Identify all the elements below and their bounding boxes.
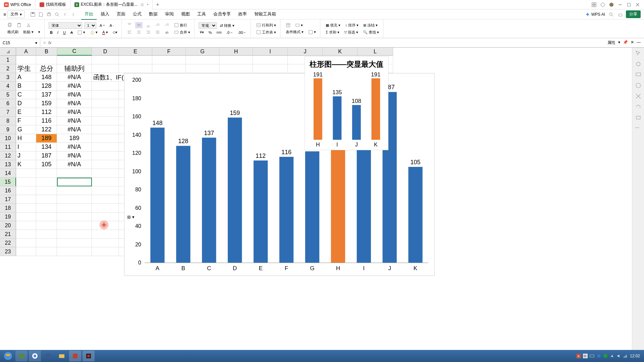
hex-icon[interactable] (600, 2, 605, 7)
increase-decimal-button[interactable]: .00← (236, 30, 248, 35)
cell-B12[interactable]: 187 (36, 152, 57, 160)
cell-B14[interactable] (36, 169, 57, 178)
currency-button[interactable]: ¥▾ (199, 29, 205, 35)
fx-label[interactable]: fx (48, 41, 51, 45)
underline-button[interactable]: U (62, 30, 67, 35)
row-header-18[interactable]: 18 (0, 204, 16, 213)
cell-H1[interactable] (219, 56, 253, 64)
menu-tab-0[interactable]: 开始 (81, 9, 97, 20)
row-header-3[interactable]: 3 (0, 73, 16, 82)
menu-tab-2[interactable]: 页面 (113, 9, 129, 20)
menu-tab-6[interactable]: 视图 (178, 9, 193, 20)
cell-D12[interactable] (92, 152, 119, 160)
start-button[interactable] (1, 351, 15, 361)
row-header-7[interactable]: 7 (0, 108, 16, 117)
minimize-button[interactable] (618, 2, 623, 7)
percent-button[interactable]: % (207, 30, 213, 35)
row-header-15[interactable]: 15 (0, 178, 16, 186)
cell-I2[interactable] (253, 64, 288, 73)
cell-D23[interactable] (92, 247, 119, 256)
tray-keyboard-icon[interactable] (590, 354, 594, 358)
cell-A3[interactable]: A (16, 73, 36, 82)
align-center-button[interactable] (135, 29, 143, 35)
cell-C11[interactable]: #N/A (57, 143, 92, 152)
cell-A19[interactable] (16, 213, 36, 221)
col-header-A[interactable]: A (16, 48, 36, 56)
decrease-indent-button[interactable] (154, 22, 161, 28)
col-header-J[interactable]: J (288, 48, 323, 56)
number-format-select[interactable]: 常规 (199, 22, 217, 29)
comma-button[interactable]: 000 (215, 30, 223, 35)
cut-button[interactable] (25, 22, 32, 28)
row-header-14[interactable]: 14 (0, 169, 16, 178)
cell-G2[interactable] (186, 64, 219, 73)
app-tab-excel[interactable]: S EXCEL图表：条形图—凸显最... ⊙ • (70, 0, 153, 9)
wrap-text-button[interactable]: 换行 (173, 22, 189, 28)
file-menu-button[interactable]: 文件 ▾ (7, 10, 25, 18)
refresh-icon[interactable] (635, 104, 641, 110)
row-header-13[interactable]: 13 (0, 160, 16, 169)
cell-C13[interactable]: #N/A (57, 160, 92, 169)
cell-B11[interactable]: 134 (36, 143, 57, 152)
task-chrome[interactable] (29, 351, 41, 361)
collapse-icon[interactable]: — (637, 40, 641, 46)
menu-tab-3[interactable]: 公式 (129, 9, 145, 20)
row-header-17[interactable]: 17 (0, 195, 16, 204)
redo-icon[interactable] (70, 12, 76, 17)
cell-C3[interactable]: #N/A (57, 73, 92, 82)
row-header-4[interactable]: 4 (0, 82, 16, 90)
row-header-10[interactable]: 10 (0, 134, 16, 143)
cell-D1[interactable] (92, 56, 119, 64)
fill-color-button[interactable]: ▾ (89, 29, 99, 36)
pin-icon[interactable]: 📌 (623, 40, 628, 46)
export-icon[interactable] (38, 12, 44, 17)
name-box[interactable]: C15 ▾ (0, 38, 40, 47)
palette-icon[interactable] (635, 82, 641, 88)
cell-C1[interactable] (57, 56, 92, 64)
row-header-22[interactable]: 22 (0, 239, 16, 247)
cell-A5[interactable]: C (16, 90, 36, 99)
fx-cancel-icon[interactable]: ✕ (43, 41, 46, 45)
col-header-K[interactable]: K (323, 48, 358, 56)
cell-B17[interactable] (36, 195, 57, 204)
cell-B18[interactable] (36, 204, 57, 213)
task-explorer[interactable] (56, 351, 68, 361)
fill-button[interactable]: ▦ 填充▾ (324, 22, 342, 28)
more-icon[interactable]: ⋯ (635, 125, 641, 131)
cell-F1[interactable] (152, 56, 186, 64)
paste-button[interactable] (15, 22, 23, 28)
cell-B6[interactable]: 159 (36, 99, 57, 108)
cell-C9[interactable]: #N/A (57, 125, 92, 134)
find-button[interactable]: 🔍 查找▾ (362, 29, 380, 36)
align-bottom-button[interactable] (145, 22, 152, 28)
app-tab-template[interactable]: 找稿壳模板 (36, 0, 70, 9)
share-button[interactable]: 分享 (626, 10, 641, 18)
cell-D16[interactable] (92, 186, 119, 195)
cell-C17[interactable] (57, 195, 92, 204)
cell-I1[interactable] (253, 56, 288, 64)
cell-B9[interactable]: 122 (36, 125, 57, 134)
cell-B21[interactable] (36, 230, 57, 239)
table-style-button[interactable] (284, 22, 292, 28)
row-col-button[interactable]: 行和列▾ (255, 22, 277, 28)
app-tab-wps[interactable]: W WPS Office (0, 0, 36, 9)
cell-D22[interactable] (92, 239, 119, 247)
cell-B20[interactable] (36, 221, 57, 230)
select-icon[interactable] (635, 50, 641, 56)
font-color-button[interactable]: A▾ (101, 29, 109, 36)
cell-D17[interactable] (92, 195, 119, 204)
row-header-12[interactable]: 12 (0, 152, 16, 160)
cell-C7[interactable]: #N/A (57, 108, 92, 117)
cell-D9[interactable] (92, 125, 119, 134)
cell-style-button[interactable]: ▾ (294, 22, 304, 28)
cell-A12[interactable]: J (16, 152, 36, 160)
cell-G1[interactable] (186, 56, 219, 64)
cell-B22[interactable] (36, 239, 57, 247)
cell-D4[interactable] (92, 82, 119, 90)
cell-D11[interactable] (92, 143, 119, 152)
taskbar-clock[interactable]: 12:02 (630, 354, 640, 358)
rect-icon[interactable] (635, 115, 641, 121)
cell-B5[interactable]: 137 (36, 90, 57, 99)
cell-C5[interactable]: #N/A (57, 90, 92, 99)
sort-button[interactable]: ↕ 排序▾ (344, 22, 360, 28)
